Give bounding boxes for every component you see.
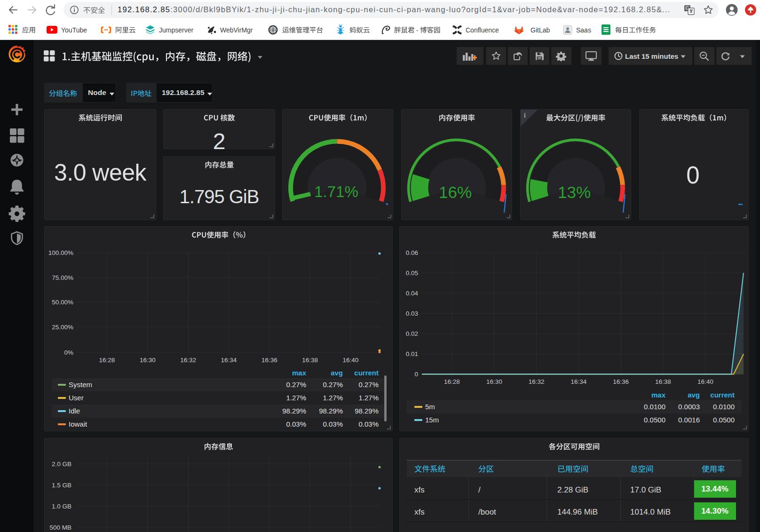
svg-text:16:28: 16:28 bbox=[444, 378, 460, 385]
svg-text:16:40: 16:40 bbox=[343, 357, 359, 364]
svg-text:16:32: 16:32 bbox=[529, 378, 545, 385]
svg-text:16:40: 16:40 bbox=[697, 378, 713, 385]
svg-text:16:34: 16:34 bbox=[221, 357, 237, 364]
svg-text:0.01: 0.01 bbox=[406, 350, 418, 357]
svg-text:75.00%: 75.00% bbox=[52, 274, 73, 281]
svg-text:0%: 0% bbox=[64, 349, 73, 356]
svg-text:0.02: 0.02 bbox=[406, 330, 418, 337]
svg-text:16:38: 16:38 bbox=[302, 357, 318, 364]
svg-text:16:38: 16:38 bbox=[655, 378, 671, 385]
svg-text:16:30: 16:30 bbox=[486, 378, 502, 385]
svg-text:1.0 GB: 1.0 GB bbox=[52, 503, 71, 510]
svg-text:0.05: 0.05 bbox=[406, 270, 418, 277]
svg-text:16:36: 16:36 bbox=[613, 378, 629, 385]
svg-text:0.04: 0.04 bbox=[406, 290, 419, 297]
svg-text:16:36: 16:36 bbox=[261, 357, 277, 364]
svg-text:2.0 GB: 2.0 GB bbox=[52, 461, 71, 468]
svg-text:1.5 GB: 1.5 GB bbox=[52, 482, 71, 489]
svg-text:100.00%: 100.00% bbox=[48, 249, 73, 256]
svg-text:16:28: 16:28 bbox=[99, 357, 115, 364]
svg-text:500 MB: 500 MB bbox=[49, 524, 71, 531]
svg-text:0.06: 0.06 bbox=[406, 249, 418, 256]
svg-text:16:32: 16:32 bbox=[180, 357, 196, 364]
svg-text:0: 0 bbox=[414, 371, 418, 378]
svg-text:50.00%: 50.00% bbox=[52, 299, 73, 306]
svg-text:25.00%: 25.00% bbox=[52, 324, 73, 331]
svg-text:16:34: 16:34 bbox=[571, 378, 587, 385]
svg-text:0.03: 0.03 bbox=[406, 310, 418, 317]
svg-text:16:30: 16:30 bbox=[140, 357, 156, 364]
